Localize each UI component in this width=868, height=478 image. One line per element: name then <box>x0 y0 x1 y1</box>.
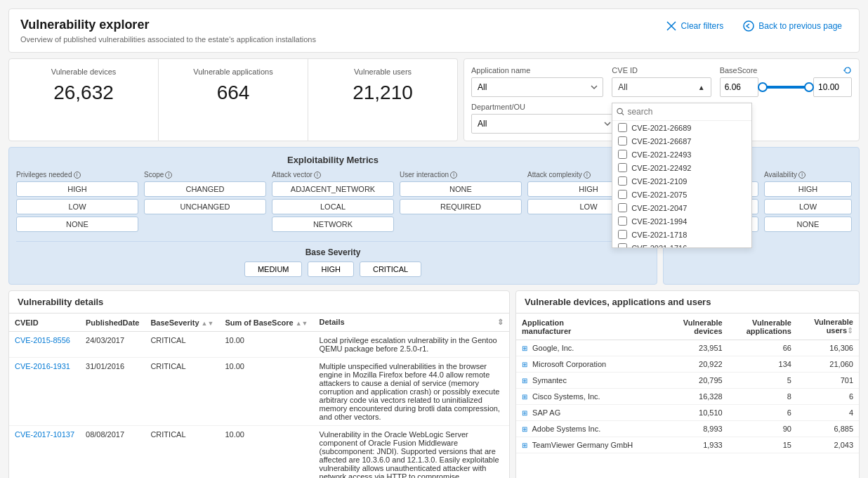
cell-manufacturer: ⊞ TeamViewer Germany GmbH <box>516 437 666 453</box>
info-icon[interactable]: i <box>798 172 805 179</box>
vuln-details-table: CVEID PublishedDate BaseSeverity ▲▼ Sum … <box>9 314 509 478</box>
vulnerable-users-card: Vulnerable users 21,210 <box>308 58 458 141</box>
vuln-devices-title: Vulnerable devices, applications and use… <box>516 291 859 314</box>
cve-list-item[interactable]: CVE-2021-26687 <box>612 134 751 148</box>
basescore-label: BaseScore <box>720 66 758 75</box>
cell-devices: 20,795 <box>666 373 728 389</box>
cell-apps: 134 <box>728 356 797 373</box>
cve-list-item[interactable]: CVE-2021-26689 <box>612 121 751 134</box>
metric-value-btn[interactable]: LOW <box>16 199 138 214</box>
info-icon[interactable]: i <box>74 172 81 179</box>
cve-checkbox[interactable] <box>618 190 627 199</box>
cell-users: 2,043 <box>797 437 859 453</box>
info-icon[interactable]: i <box>450 172 457 179</box>
expand-icon[interactable]: ⊞ <box>522 393 527 401</box>
cve-checkbox[interactable] <box>618 230 627 239</box>
basescore-reset-icon[interactable] <box>843 66 852 75</box>
col-sum-basescore: Sum of BaseScore ▲▼ <box>219 314 313 332</box>
basescore-min-input[interactable] <box>720 77 758 97</box>
cell-devices: 20,922 <box>666 356 728 373</box>
cell-details: Vulnerability in the Oracle WebLogic Ser… <box>314 426 509 479</box>
metric-value-btn[interactable]: REQUIRED <box>400 199 522 214</box>
bottom-section: Vulnerability details CVEID PublishedDat… <box>8 290 860 478</box>
expand-icon[interactable]: ⊞ <box>522 441 527 449</box>
range-thumb-left[interactable] <box>758 82 768 92</box>
cell-manufacturer: ⊞ Google, Inc. <box>516 340 666 356</box>
list-item: ⊞ Microsoft Corporation 20,922 134 21,06… <box>516 356 859 373</box>
cve-checkbox[interactable] <box>618 243 627 247</box>
range-thumb-right[interactable] <box>804 82 814 92</box>
col-vuln-devices: Vulnerabledevices <box>666 314 728 340</box>
metric-column: Attack vector i ADJACENT_NETWORKLOCALNET… <box>272 171 394 234</box>
metric-value-btn[interactable]: UNCHANGED <box>144 199 266 214</box>
cell-manufacturer: ⊞ Microsoft Corporation <box>516 356 666 373</box>
severity-btn[interactable]: HIGH <box>308 261 354 277</box>
cell-date: 31/01/2016 <box>80 358 145 426</box>
exploitability-grid: Privileges needed i HIGHLOWNONE Scope i … <box>16 171 650 234</box>
metric-value-btn[interactable]: ADJACENT_NETWORK <box>272 181 394 197</box>
expand-icon[interactable]: ⊞ <box>522 409 527 417</box>
info-icon[interactable]: i <box>165 172 172 179</box>
cve-search-input[interactable] <box>627 107 747 117</box>
cve-list: CVE-2021-26689 CVE-2021-26687 CVE-2021-2… <box>612 121 751 247</box>
cve-list-item[interactable]: CVE-2021-2109 <box>612 174 751 188</box>
clear-filters-icon <box>666 20 677 32</box>
metric-value-btn[interactable]: NETWORK <box>272 217 394 232</box>
severity-btn[interactable]: CRITICAL <box>360 261 421 277</box>
expand-icon[interactable]: ⊞ <box>522 377 527 385</box>
vulnerable-applications-value: 664 <box>170 82 296 104</box>
cve-checkbox[interactable] <box>618 217 627 226</box>
metric-value-btn[interactable]: CHANGED <box>144 181 266 197</box>
back-button[interactable]: Back to previous page <box>737 18 848 34</box>
info-icon[interactable]: i <box>584 172 591 179</box>
cell-apps: 8 <box>728 389 797 405</box>
cve-id-label: CVE ID <box>612 66 711 75</box>
cve-checkbox[interactable] <box>618 136 627 146</box>
cve-checkbox[interactable] <box>618 123 627 132</box>
metric-column: Privileges needed i HIGHLOWNONE <box>16 171 138 234</box>
info-icon[interactable]: i <box>314 172 321 179</box>
extra-metric-btn[interactable]: NONE <box>764 217 852 232</box>
clear-filters-button[interactable]: Clear filters <box>660 18 730 34</box>
expand-icon[interactable]: ⊞ <box>522 425 527 433</box>
cve-list-item[interactable]: CVE-2021-1716 <box>612 241 751 247</box>
severity-btn[interactable]: MEDIUM <box>244 261 303 277</box>
cve-list-item[interactable]: CVE-2021-2047 <box>612 201 751 214</box>
cve-list-item[interactable]: CVE-2021-22492 <box>612 161 751 174</box>
cell-users: 701 <box>797 373 859 389</box>
cve-list-item[interactable]: CVE-2021-1994 <box>612 214 751 228</box>
severity-buttons: MEDIUMHIGHCRITICAL <box>16 261 650 277</box>
cell-details: Multiple unspecified vulnerabilities in … <box>314 358 509 426</box>
metric-value-btn[interactable]: NONE <box>400 181 522 197</box>
basescore-slider[interactable] <box>763 77 809 97</box>
cell-apps: 15 <box>728 437 797 453</box>
cve-id-trigger[interactable]: All ▲ <box>612 77 711 97</box>
metric-value-btn[interactable]: LOCAL <box>272 199 394 214</box>
list-item: ⊞ Symantec 20,795 5 701 <box>516 373 859 389</box>
expand-icon[interactable]: ⊞ <box>522 344 527 352</box>
list-item: ⊞ Cisco Systems, Inc. 16,328 8 6 <box>516 389 859 405</box>
basescore-max-input[interactable] <box>813 77 852 97</box>
page-header: Vulnerability explorer Overview of publi… <box>8 8 860 53</box>
cell-manufacturer: ⊞ SAP AG <box>516 405 666 421</box>
base-severity-section: Base Severity MEDIUMHIGHCRITICAL <box>16 241 650 277</box>
extra-metric-btn[interactable]: HIGH <box>764 181 852 197</box>
cve-checkbox[interactable] <box>618 203 627 212</box>
cve-checkbox[interactable] <box>618 176 627 186</box>
table-row: CVE-2017-10137 08/08/2017 CRITICAL 10.00… <box>9 426 509 479</box>
cell-severity: CRITICAL <box>145 332 219 358</box>
cve-list-item[interactable]: CVE-2021-1718 <box>612 228 751 241</box>
dept-ou-select[interactable]: All <box>471 114 617 134</box>
cve-list-item[interactable]: CVE-2021-22493 <box>612 148 751 161</box>
app-name-select[interactable]: All <box>471 77 603 97</box>
cve-checkbox[interactable] <box>618 150 627 159</box>
metric-value-btn[interactable]: NONE <box>16 217 138 232</box>
vuln-table-header-row: CVEID PublishedDate BaseSeverity ▲▼ Sum … <box>9 314 509 332</box>
metric-value-btn[interactable]: HIGH <box>16 181 138 197</box>
page-title: Vulnerability explorer <box>20 18 316 32</box>
expand-icon[interactable]: ⊞ <box>522 361 527 368</box>
extra-metric-btn[interactable]: LOW <box>764 199 852 214</box>
cve-list-item[interactable]: CVE-2021-2075 <box>612 188 751 201</box>
cell-cveid: CVE-2016-1931 <box>9 358 80 426</box>
cve-checkbox[interactable] <box>618 163 627 172</box>
